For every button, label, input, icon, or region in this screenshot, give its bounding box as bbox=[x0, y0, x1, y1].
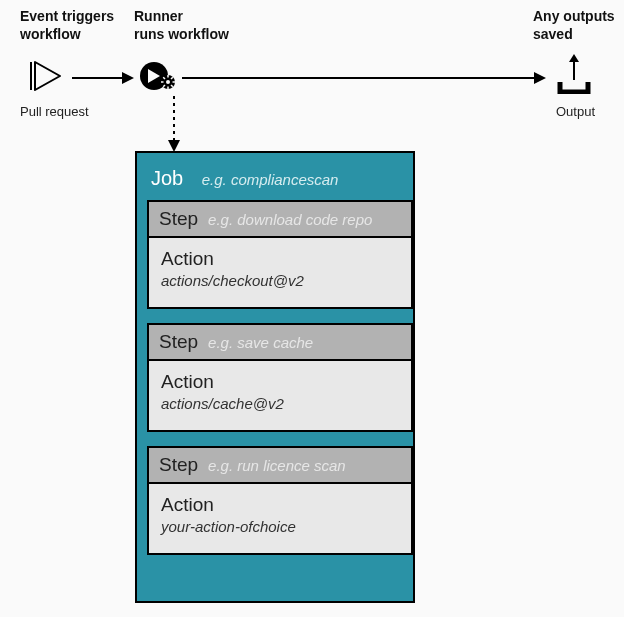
pull-request-label: Pull request bbox=[20, 104, 89, 119]
svg-marker-1 bbox=[35, 62, 60, 90]
step-example: e.g. save cache bbox=[208, 334, 313, 351]
action-ref: actions/cache@v2 bbox=[161, 395, 399, 412]
event-header-line2: workflow bbox=[20, 26, 81, 42]
event-header-line1: Event triggers bbox=[20, 8, 114, 24]
job-header: Job e.g. compliancescan bbox=[137, 153, 413, 200]
action-title: Action bbox=[161, 371, 399, 393]
step-example: e.g. download code repo bbox=[208, 211, 372, 228]
arrow-runner-to-job bbox=[166, 96, 182, 158]
action-body: Action actions/cache@v2 bbox=[147, 359, 413, 432]
step-label: Step bbox=[159, 331, 198, 353]
output-header-line2: saved bbox=[533, 26, 573, 42]
arrow-runner-to-output-head bbox=[534, 72, 546, 84]
action-ref: your-action-ofchoice bbox=[161, 518, 399, 535]
step-header: Step e.g. download code repo bbox=[147, 200, 413, 236]
svg-point-5 bbox=[166, 80, 170, 84]
step-label: Step bbox=[159, 208, 198, 230]
action-body: Action actions/checkout@v2 bbox=[147, 236, 413, 309]
output-icon bbox=[556, 54, 592, 98]
step-label: Step bbox=[159, 454, 198, 476]
event-trigger-icon bbox=[28, 58, 64, 98]
step-example: e.g. run licence scan bbox=[208, 457, 346, 474]
step-header: Step e.g. save cache bbox=[147, 323, 413, 359]
output-header-line1: Any outputs bbox=[533, 8, 615, 24]
step-block: Step e.g. download code repo Action acti… bbox=[147, 200, 413, 309]
job-body: Step e.g. download code repo Action acti… bbox=[137, 200, 413, 555]
job-container: Job e.g. compliancescan Step e.g. downlo… bbox=[135, 151, 415, 603]
step-block: Step e.g. run licence scan Action your-a… bbox=[147, 446, 413, 555]
svg-marker-15 bbox=[569, 54, 579, 62]
runner-header-line2: runs workflow bbox=[134, 26, 229, 42]
runner-icon bbox=[140, 58, 176, 98]
runner-header: Runner runs workflow bbox=[134, 8, 229, 43]
job-example: e.g. compliancescan bbox=[202, 171, 339, 188]
action-body: Action your-action-ofchoice bbox=[147, 482, 413, 555]
output-label: Output bbox=[556, 104, 595, 119]
runner-header-line1: Runner bbox=[134, 8, 183, 24]
action-title: Action bbox=[161, 248, 399, 270]
step-header: Step e.g. run licence scan bbox=[147, 446, 413, 482]
event-header: Event triggers workflow bbox=[20, 8, 114, 43]
action-ref: actions/checkout@v2 bbox=[161, 272, 399, 289]
output-header: Any outputs saved bbox=[533, 8, 615, 43]
action-title: Action bbox=[161, 494, 399, 516]
job-title: Job bbox=[151, 167, 183, 189]
arrow-runner-to-output bbox=[182, 77, 536, 79]
step-block: Step e.g. save cache Action actions/cach… bbox=[147, 323, 413, 432]
arrow-event-to-runner-head bbox=[122, 72, 134, 84]
arrow-event-to-runner bbox=[72, 77, 124, 79]
